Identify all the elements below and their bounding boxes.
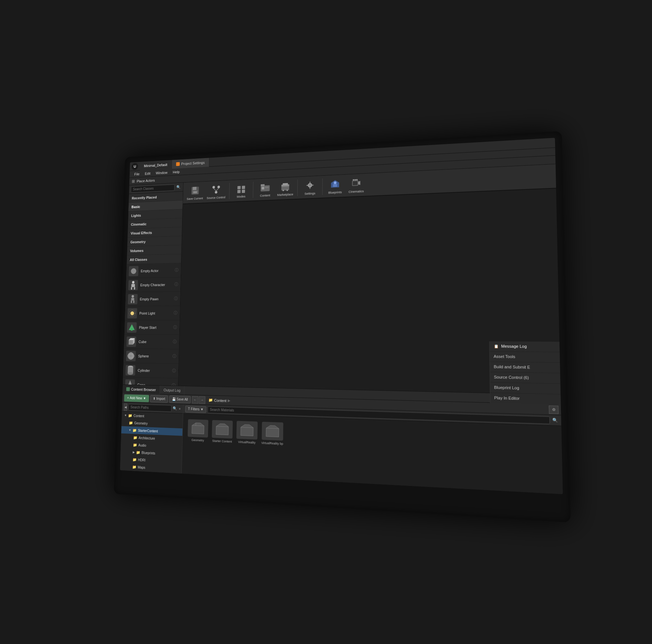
asset-folder-starter-content[interactable]: Starter Content bbox=[211, 420, 233, 471]
settings-label: Settings bbox=[305, 192, 315, 195]
source-control-count-label: Source Control (6) bbox=[494, 375, 529, 380]
svg-rect-12 bbox=[131, 328, 132, 330]
import-button[interactable]: ⬆ Import bbox=[150, 395, 168, 403]
category-all-classes[interactable]: All Classes bbox=[127, 254, 181, 264]
toolbar-settings[interactable]: Settings bbox=[300, 177, 319, 197]
cb-options-button[interactable]: ⚙ bbox=[549, 405, 559, 414]
add-new-label: Add New bbox=[130, 396, 142, 400]
actor-empty-character[interactable]: Empty Character ⓘ bbox=[126, 277, 181, 292]
right-panel-asset-tools[interactable]: Asset Tools bbox=[490, 351, 560, 362]
toolbar-source-control[interactable]: Source Control bbox=[205, 182, 227, 202]
actor-sphere-thumb bbox=[126, 351, 136, 361]
tree-starter-folder-icon: 📁 bbox=[132, 428, 137, 432]
actor-empty-actor[interactable]: Empty Actor ⓘ bbox=[126, 263, 181, 278]
actor-player-start-name: Player Start bbox=[139, 325, 171, 329]
actor-point-light-info: ⓘ bbox=[174, 310, 177, 316]
toolbar-save-current[interactable]: Save Current bbox=[185, 183, 205, 203]
toolbar-marketplace[interactable]: Marketplace bbox=[276, 178, 295, 199]
cb-tree-collapse[interactable]: ◀ bbox=[124, 403, 127, 411]
show-label: Show bbox=[247, 204, 255, 204]
menu-file[interactable]: File bbox=[132, 170, 142, 177]
svg-rect-4 bbox=[134, 287, 135, 289]
nav-forward-button[interactable]: → bbox=[199, 396, 205, 404]
actor-cylinder-thumb bbox=[126, 365, 136, 375]
tree-bp-label: Blueprints bbox=[141, 451, 155, 455]
tree-bp-arrow: ▶ bbox=[133, 450, 135, 454]
filter-icon: T bbox=[188, 407, 190, 411]
search-materials-icon[interactable]: 🔍 bbox=[551, 417, 559, 424]
right-panel-build-submit[interactable]: Build and Submit E bbox=[490, 362, 560, 373]
actor-empty-character-name: Empty Character bbox=[140, 283, 172, 287]
tab-output-log[interactable]: Output Log bbox=[160, 386, 185, 395]
svg-point-62 bbox=[356, 179, 358, 180]
nav-back-button[interactable]: ← bbox=[192, 396, 198, 403]
tree-arch-folder-icon: 📁 bbox=[133, 435, 138, 440]
svg-rect-3 bbox=[131, 287, 132, 289]
filter-button[interactable]: T Filters ▼ bbox=[185, 406, 207, 413]
svg-rect-39 bbox=[237, 186, 240, 189]
right-panel-message-log[interactable]: 📋 Message Log bbox=[490, 341, 560, 352]
svg-point-0 bbox=[131, 268, 136, 274]
svg-rect-13 bbox=[129, 340, 133, 344]
add-new-button[interactable]: + Add New ▼ bbox=[124, 394, 149, 402]
toolbar-content[interactable]: Content bbox=[256, 179, 275, 199]
right-panel-source-control[interactable]: Source Control (6) bbox=[490, 372, 560, 384]
asset-folder-virtualreality-bp[interactable]: VirtualReality bp bbox=[261, 422, 283, 473]
actor-empty-character-info: ⓘ bbox=[174, 282, 178, 287]
svg-line-37 bbox=[214, 188, 216, 191]
tab-content-browser[interactable]: Content Browser bbox=[122, 384, 160, 394]
folder-thumb-vr bbox=[236, 421, 258, 439]
import-icon: ⬆ bbox=[153, 397, 155, 400]
toolbar-cinematics[interactable]: Cinematics bbox=[346, 175, 366, 196]
asset-folder-virtualreality[interactable]: VirtualReality bbox=[236, 421, 257, 472]
category-volumes[interactable]: Volumes bbox=[127, 245, 181, 255]
asset-tools-label: Asset Tools bbox=[494, 354, 515, 359]
actor-player-start[interactable]: Player Start ⓘ bbox=[125, 320, 180, 335]
tree-geometry-folder-icon: 📁 bbox=[129, 421, 133, 425]
asset-folder-geometry[interactable]: Geometry bbox=[187, 419, 208, 469]
filter-dropdown-icon: ▼ bbox=[200, 408, 204, 411]
menu-window[interactable]: Window bbox=[153, 169, 170, 177]
lit-dropdown[interactable]: ▼ bbox=[239, 203, 243, 204]
blueprint-log-label: Blueprint Log bbox=[494, 385, 519, 390]
viewport-perspective-btn[interactable]: ⬡ Perspective bbox=[194, 204, 220, 204]
menu-help[interactable]: Help bbox=[170, 168, 182, 176]
search-paths-icon[interactable]: 🔍 bbox=[172, 406, 177, 412]
modes-label: Modes bbox=[237, 195, 245, 198]
save-all-button[interactable]: 💾 Save All bbox=[169, 395, 191, 403]
save-icon bbox=[189, 185, 201, 197]
cb-content: ◀ 🔍 ≡ ▼ 📁 Content 📁 Geometry bbox=[120, 402, 563, 494]
actor-cube[interactable]: Cube ⓘ bbox=[124, 334, 179, 349]
search-paths-input[interactable] bbox=[128, 404, 171, 412]
settings-icon bbox=[304, 179, 316, 192]
actor-point-light[interactable]: Point Light ⓘ bbox=[125, 306, 180, 321]
content-label: Content bbox=[260, 194, 270, 197]
folder-thumb-geometry bbox=[188, 419, 208, 438]
bottom-panel: Content Browser Output Log 📋 Message Log bbox=[120, 384, 563, 494]
search-classes-input[interactable] bbox=[131, 184, 175, 193]
tree-geometry-label: Geometry bbox=[134, 421, 148, 425]
toolbar-modes[interactable]: Modes bbox=[232, 180, 250, 201]
viewport-show-btn[interactable]: Show bbox=[244, 202, 258, 204]
tree-options-icon[interactable]: ≡ bbox=[178, 406, 181, 412]
toolbar-sep-2 bbox=[253, 182, 254, 198]
perspective-dropdown[interactable]: ▼ bbox=[221, 203, 225, 204]
source-control-icon bbox=[210, 184, 222, 196]
save-all-icon: 💾 bbox=[172, 397, 176, 401]
svg-rect-31 bbox=[192, 187, 196, 190]
actor-cube-info: ⓘ bbox=[173, 339, 177, 344]
actor-cube-name: Cube bbox=[138, 340, 170, 344]
path-content-label[interactable]: Content bbox=[214, 398, 227, 403]
actor-sphere[interactable]: Sphere ⓘ bbox=[124, 349, 179, 364]
cb-path: 📁 Content ▶ bbox=[206, 398, 232, 403]
svg-marker-58 bbox=[358, 181, 360, 185]
menu-edit[interactable]: Edit bbox=[142, 170, 153, 177]
search-icon[interactable]: 🔍 bbox=[176, 184, 181, 190]
toolbar-blueprints[interactable]: Blueprints bbox=[325, 176, 345, 197]
viewport-lit-btn[interactable]: ● Lit bbox=[226, 203, 238, 204]
actor-cylinder[interactable]: Cylinder ⓘ bbox=[123, 363, 179, 379]
cb-tree: ◀ 🔍 ≡ ▼ 📁 Content 📁 Geometry bbox=[120, 402, 184, 474]
right-panel-blueprint-log[interactable]: Blueprint Log bbox=[490, 382, 561, 394]
ue-logo: U bbox=[131, 163, 138, 170]
actor-empty-pawn[interactable]: Empty Pawn ⓘ bbox=[125, 292, 180, 306]
